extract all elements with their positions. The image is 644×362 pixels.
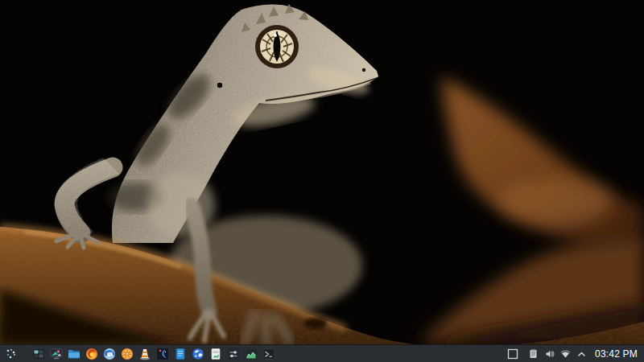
app-window-tray-icon xyxy=(507,348,518,360)
display-settings-icon xyxy=(50,348,63,360)
taskbar-left-group xyxy=(4,347,275,361)
sliders-settings-icon xyxy=(227,348,240,360)
spreadsheet-app-icon xyxy=(209,348,222,360)
desktop-screen: 03:42 PM xyxy=(0,0,644,362)
blue-document-app-icon xyxy=(174,348,187,360)
globe-app-icon xyxy=(192,348,204,360)
taskbar-app-spreadsheet[interactable] xyxy=(208,347,222,361)
tray-clipboard-button[interactable] xyxy=(527,347,539,361)
taskbar-app-blue-document[interactable] xyxy=(173,347,187,361)
taskbar-app-crescent[interactable] xyxy=(155,347,169,361)
firefox-browser-icon xyxy=(85,348,98,360)
clipboard-tray-icon xyxy=(529,349,538,359)
tray-volume-button[interactable] xyxy=(543,347,555,361)
taskbar-app-system-monitor[interactable] xyxy=(244,347,258,361)
system-tray: 03:42 PM xyxy=(506,345,640,362)
terminal-icon xyxy=(262,348,275,360)
application-launcher-button[interactable] xyxy=(4,347,18,361)
system-monitor-icon xyxy=(245,348,258,360)
tray-app-window-button[interactable] xyxy=(506,347,520,361)
network-wifi-tray-icon xyxy=(560,349,571,359)
taskbar-app-terminal[interactable] xyxy=(262,347,275,361)
tray-network-button[interactable] xyxy=(559,347,572,361)
taskbar-app-file-manager[interactable] xyxy=(67,347,80,361)
desktop-wallpaper[interactable] xyxy=(0,0,644,344)
dark-crescent-app-icon xyxy=(156,348,169,360)
taskbar-app-display-settings[interactable] xyxy=(49,347,63,361)
taskbar-panel: 03:42 PM xyxy=(0,344,644,362)
taskbar-app-globe[interactable] xyxy=(191,347,204,361)
clementine-music-icon xyxy=(121,348,134,360)
file-manager-folder-icon xyxy=(68,348,80,360)
taskbar-app-sliders-settings[interactable] xyxy=(226,347,240,361)
taskbar-app-pager[interactable] xyxy=(31,347,45,361)
expand-tray-caret-icon xyxy=(577,350,586,358)
taskbar-clock[interactable]: 03:42 PM xyxy=(592,345,640,362)
taskbar-app-firefox[interactable] xyxy=(85,347,98,361)
gecko-eye xyxy=(255,25,299,68)
vlc-player-icon xyxy=(138,348,151,360)
tray-expand-button[interactable] xyxy=(576,347,588,361)
taskbar-app-clementine[interactable] xyxy=(120,347,134,361)
taskbar-app-thunderbird[interactable] xyxy=(102,347,116,361)
volume-tray-icon xyxy=(545,349,555,359)
gecko-wallpaper-art xyxy=(0,0,644,344)
application-launcher-icon xyxy=(5,348,18,360)
taskbar-app-vlc[interactable] xyxy=(138,347,151,361)
thunderbird-mail-icon xyxy=(103,348,116,360)
virtual-desktop-pager-icon xyxy=(32,348,45,360)
